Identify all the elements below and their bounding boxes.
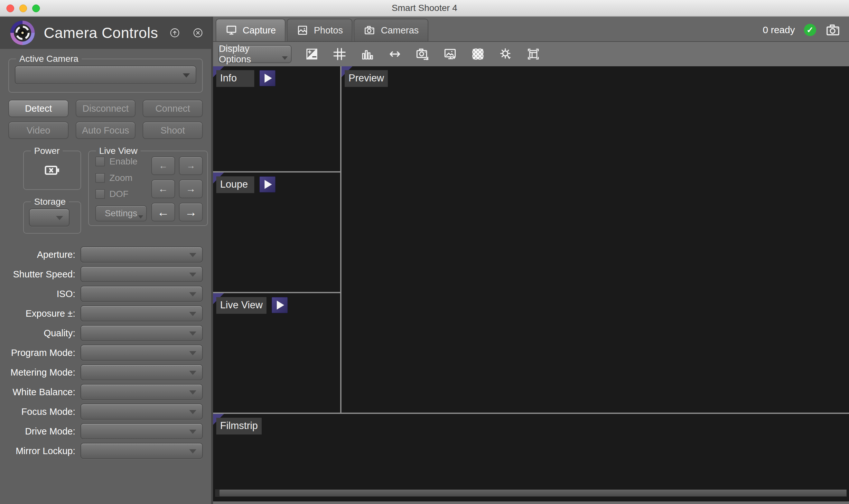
detach-panel-icon[interactable] [169,28,180,38]
chevron-down-icon [183,73,190,77]
metering-mode-select[interactable] [80,364,203,380]
loupe-play-button[interactable] [259,176,275,193]
lv-arrow-left-2-button[interactable]: ← [151,180,175,198]
play-icon [265,74,272,83]
shoot-button[interactable]: Shoot [143,122,203,139]
zoom-label: Zoom [109,173,132,183]
loupe-panel-label: Loupe [216,176,254,193]
zoom-checkbox[interactable] [95,173,105,183]
info-play-button[interactable] [259,70,275,86]
live-view-panel-label: Live View [216,297,267,314]
dof-checkbox[interactable] [95,189,105,199]
panel-title: Camera Controls [44,24,158,41]
auto-focus-button[interactable]: Auto Focus [76,122,136,139]
storage-legend: Storage [31,197,69,207]
program-mode-select[interactable] [80,345,203,361]
rotate-photo-icon[interactable] [415,47,430,61]
detect-button[interactable]: Detect [8,100,69,117]
exposure-icon[interactable] [305,47,319,61]
camera-status-icon[interactable] [825,22,841,38]
display-toolbar: Display Options [213,42,849,66]
camera-action-buttons: Detect Disconnect Connect Video Auto Foc… [8,100,203,139]
chevron-down-icon [189,371,196,375]
filmstrip-panel: Filmstrip [213,414,849,501]
lv-arrow-right-1-button[interactable]: → [179,157,203,175]
play-icon [265,180,272,189]
tab-capture-label: Capture [243,25,276,36]
display-options-button[interactable]: Display Options [218,45,292,63]
shutter-speed-select[interactable] [80,266,203,282]
active-camera-legend: Active Camera [16,54,82,64]
chevron-down-icon [138,215,143,218]
active-camera-select[interactable] [15,66,196,84]
mirror-lockup-label: Mirror Lockup: [0,446,80,456]
show-image-icon[interactable] [443,47,458,61]
cameras-camera-icon [363,24,376,36]
storage-select[interactable] [29,209,70,227]
app-logo-icon [10,20,35,46]
enable-checkbox[interactable] [95,157,105,166]
fit-width-icon[interactable] [387,47,402,61]
layout-frame-icon[interactable] [526,47,541,61]
exposure-select[interactable] [80,305,203,322]
display-options-label: Display Options [219,43,283,65]
photos-ready-count: 0 ready [763,24,795,35]
iso-label: ISO: [0,289,80,299]
zoom-window-button[interactable] [32,4,40,12]
main-area: Capture Photos [213,17,849,504]
chevron-down-icon [189,273,196,277]
lv-arrow-right-2-button[interactable]: → [179,180,203,198]
live-view-play-button[interactable] [272,297,288,313]
minimize-window-button[interactable] [19,4,27,12]
aperture-select[interactable] [80,247,203,263]
live-view-legend: Live View [96,146,141,156]
chevron-down-icon [56,216,63,220]
exposure-label: Exposure ±: [0,308,80,319]
traffic-lights [6,4,40,12]
drive-mode-select[interactable] [80,423,203,439]
live-view-group: Live View Enable Zoom DOF [88,150,208,226]
enable-checkbox-row: Enable [95,157,147,167]
live-view-settings-button[interactable]: Settings [95,205,147,221]
white-balance-select[interactable] [80,384,203,400]
quality-select[interactable] [80,325,203,341]
loupe-panel: Loupe [213,173,340,292]
camera-controls-header: Camera Controls [0,17,211,49]
chevron-down-icon [189,253,196,257]
video-button[interactable]: Video [8,122,69,139]
close-panel-icon[interactable] [193,28,203,38]
disconnect-button[interactable]: Disconnect [76,100,136,117]
photos-image-icon [296,24,309,36]
chevron-down-icon [189,410,196,414]
focus-mode-select[interactable] [80,403,203,420]
lv-arrow-right-3-button[interactable]: → [179,203,203,221]
zoom-checkbox-row: Zoom [95,173,147,183]
tab-cameras[interactable]: Cameras [354,19,428,41]
window-bottom-edge [213,501,849,504]
chevron-down-icon [189,430,196,434]
camera-controls-panel: Camera Controls Active Camera [0,17,213,504]
enable-label: Enable [109,157,138,167]
chevron-down-icon [189,351,196,355]
power-legend: Power [31,146,63,156]
close-window-button[interactable] [6,4,14,12]
lv-arrow-left-1-button[interactable]: ← [151,157,175,175]
tab-photos[interactable]: Photos [287,19,353,41]
iso-select[interactable] [80,286,203,302]
tab-capture[interactable]: Capture [216,19,286,41]
connect-button[interactable]: Connect [143,100,203,117]
filmstrip-scrollbar[interactable] [215,489,847,497]
mirror-lockup-select[interactable] [80,443,203,459]
grid-icon[interactable] [332,47,347,61]
window-title: Smart Shooter 4 [392,3,457,13]
active-camera-group: Active Camera [8,58,203,93]
shutter-speed-label: Shutter Speed: [0,269,80,280]
dof-label: DOF [109,189,128,199]
filmstrip-scrollbar-thumb[interactable] [219,490,846,496]
brightness-icon[interactable] [498,47,513,61]
chevron-down-icon [189,312,196,316]
chevron-down-icon [189,390,196,395]
lv-arrow-left-3-button[interactable]: ← [151,203,175,221]
histogram-icon[interactable] [360,47,375,61]
checkerboard-icon[interactable] [471,47,485,61]
